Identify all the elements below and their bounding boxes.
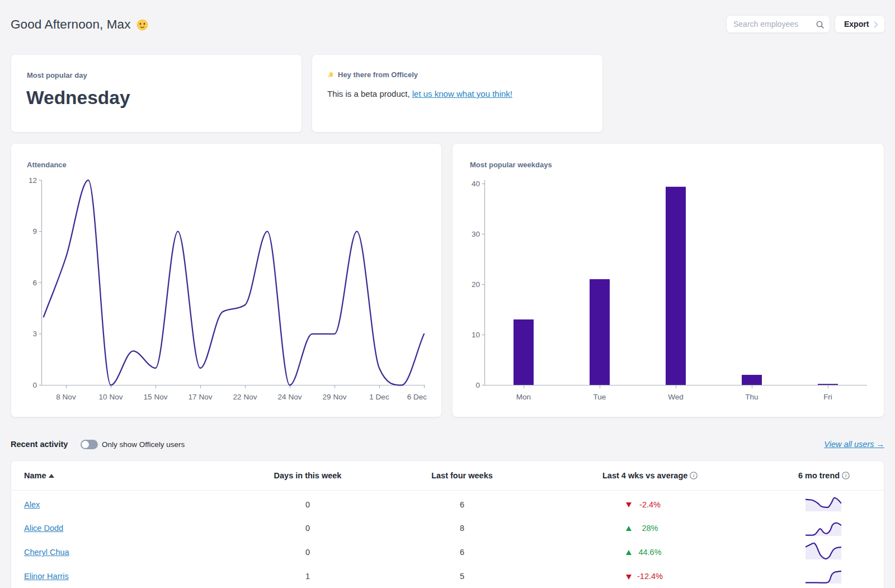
svg-text:30: 30 <box>472 230 480 238</box>
svg-text:17 Nov: 17 Nov <box>189 393 213 401</box>
svg-text:22 Nov: 22 Nov <box>233 393 257 401</box>
svg-text:6: 6 <box>32 279 37 287</box>
svg-text:15 Nov: 15 Nov <box>144 393 168 401</box>
svg-text:6 Dec: 6 Dec <box>407 393 427 401</box>
svg-text:29 Nov: 29 Nov <box>323 393 347 401</box>
svg-text:8 Nov: 8 Nov <box>56 393 76 401</box>
svg-text:40: 40 <box>472 180 480 188</box>
svg-text:Tue: Tue <box>593 393 606 401</box>
svg-text:9: 9 <box>32 227 37 236</box>
svg-text:3: 3 <box>32 330 37 338</box>
svg-text:0: 0 <box>32 381 37 389</box>
svg-text:Wed: Wed <box>668 393 684 401</box>
svg-text:0: 0 <box>475 381 480 389</box>
svg-text:i: i <box>693 472 695 478</box>
svg-text:Thu: Thu <box>745 393 758 401</box>
svg-text:i: i <box>845 472 847 478</box>
svg-text:Fri: Fri <box>823 393 832 401</box>
svg-text:12: 12 <box>29 176 37 185</box>
svg-text:10: 10 <box>472 331 480 339</box>
svg-text:10 Nov: 10 Nov <box>99 393 123 401</box>
svg-text:20: 20 <box>472 280 480 289</box>
svg-text:Mon: Mon <box>516 393 531 401</box>
svg-text:24 Nov: 24 Nov <box>278 393 302 401</box>
svg-text:1 Dec: 1 Dec <box>369 393 389 401</box>
